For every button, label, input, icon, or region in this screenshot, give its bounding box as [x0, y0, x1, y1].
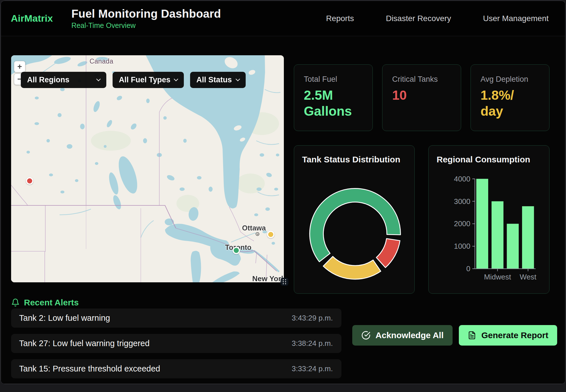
recent-alerts-section: Recent Alerts Tank 2: Low fuel warning 3… — [1, 295, 565, 384]
stat-card-avg-depletion: Avg Depletion 1.8%/day — [471, 64, 549, 131]
main-nav: Reports Disaster Recovery User Managemen… — [326, 14, 565, 23]
alert-text: Tank 15: Pressure threshold exceeded — [19, 364, 160, 373]
svg-text:West: West — [520, 273, 536, 281]
dashboard-content: Canada Ottawa Toronto New York − + All R… — [1, 36, 565, 384]
alert-time: 3:33:24 p.m. — [292, 364, 333, 373]
map-label-ottawa: Ottawa — [240, 224, 268, 232]
regional-consumption-card: Regional Consumption 01000200030004000Mi… — [428, 145, 549, 294]
donut-chart-title: Tank Status Distribution — [302, 155, 400, 164]
acknowledge-all-button[interactable]: Acknowledge All — [352, 325, 453, 346]
svg-text:1000: 1000 — [454, 242, 471, 250]
nav-disaster-recovery[interactable]: Disaster Recovery — [386, 14, 451, 23]
status-filter-dropdown[interactable]: All Status — [190, 72, 246, 88]
fuel-type-filter-value: All Fuel Types — [119, 75, 170, 84]
stat-card-total-fuel: Total Fuel 2.5M Gallons — [294, 64, 373, 131]
stat-value: 10 — [392, 87, 451, 103]
acknowledge-all-label: Acknowledge All — [376, 330, 444, 340]
tank-status-card: Tank Status Distribution — [294, 145, 415, 294]
nav-user-management[interactable]: User Management — [483, 14, 549, 23]
page-subtitle: Real-Time Overview — [71, 21, 221, 30]
generate-report-label: Generate Report — [481, 330, 548, 340]
stat-label: Critical Tanks — [392, 75, 451, 84]
stat-card-critical-tanks: Critical Tanks 10 — [382, 64, 461, 131]
alerts-heading: Recent Alerts — [11, 298, 79, 307]
stat-cards: Total Fuel 2.5M Gallons Critical Tanks 1… — [294, 64, 549, 131]
chevron-down-icon — [96, 77, 101, 81]
region-filter-dropdown[interactable]: All Regions — [21, 72, 106, 88]
map-marker-normal[interactable] — [233, 247, 240, 254]
svg-text:3000: 3000 — [454, 197, 471, 205]
map-resize-handle[interactable] — [280, 278, 288, 286]
status-filter-value: All Status — [196, 75, 232, 84]
report-file-icon — [468, 331, 476, 340]
svg-text:0: 0 — [466, 265, 470, 273]
map-marker-critical[interactable] — [26, 177, 33, 185]
regional-consumption-chart: 01000200030004000MidwestWest — [429, 146, 549, 293]
alert-time: 3:38:24 p.m. — [292, 339, 333, 348]
alert-row[interactable]: Tank 15: Pressure threshold exceeded 3:3… — [11, 359, 341, 378]
alert-text: Tank 2: Low fuel warning — [19, 313, 110, 323]
brand-logo[interactable]: AirMatrix — [1, 13, 53, 24]
region-filter-value: All Regions — [27, 75, 70, 84]
stat-value: 2.5M Gallons — [304, 87, 362, 119]
title-block: Fuel Monitoring Dashboard Real-Time Over… — [71, 7, 221, 30]
bar-chart-title: Regional Consumption — [437, 155, 530, 164]
header: AirMatrix Fuel Monitoring Dashboard Real… — [1, 1, 565, 36]
alert-time: 3:43:29 p.m. — [292, 314, 333, 322]
fuel-type-filter-dropdown[interactable]: All Fuel Types — [113, 72, 184, 88]
map-label-new-york: New York — [252, 274, 284, 282]
alert-text: Tank 27: Low fuel warning triggered — [19, 339, 150, 348]
map-marker-warning[interactable] — [267, 231, 274, 238]
chevron-down-icon — [236, 77, 240, 81]
stat-label: Avg Depletion — [481, 75, 539, 84]
generate-report-button[interactable]: Generate Report — [459, 325, 557, 346]
alerts-heading-text: Recent Alerts — [24, 298, 79, 307]
nav-reports[interactable]: Reports — [326, 14, 354, 23]
alert-row[interactable]: Tank 27: Low fuel warning triggered 3:38… — [11, 334, 341, 353]
ottawa-town-icon — [256, 232, 259, 236]
map-label-canada: Canada — [89, 58, 114, 65]
bell-icon — [11, 298, 20, 307]
svg-text:Midwest: Midwest — [484, 273, 511, 281]
app-frame: AirMatrix Fuel Monitoring Dashboard Real… — [1, 1, 565, 384]
page-title: Fuel Monitoring Dashboard — [71, 7, 221, 20]
drag-dots-icon — [282, 279, 287, 285]
alert-row[interactable]: Tank 2: Low fuel warning 3:43:29 p.m. — [11, 309, 341, 328]
map-panel[interactable]: Canada Ottawa Toronto New York − + All R… — [11, 55, 284, 282]
chevron-down-icon — [174, 77, 178, 81]
stat-value: 1.8%/day — [481, 87, 521, 119]
map-filter-bar: All Regions All Fuel Types All Status — [21, 72, 246, 88]
check-circle-icon — [361, 331, 370, 340]
svg-text:4000: 4000 — [454, 175, 471, 183]
map-zoom-in-button[interactable]: + — [14, 61, 25, 72]
svg-text:2000: 2000 — [454, 220, 471, 228]
stat-label: Total Fuel — [304, 75, 363, 84]
tank-status-donut — [294, 146, 414, 293]
